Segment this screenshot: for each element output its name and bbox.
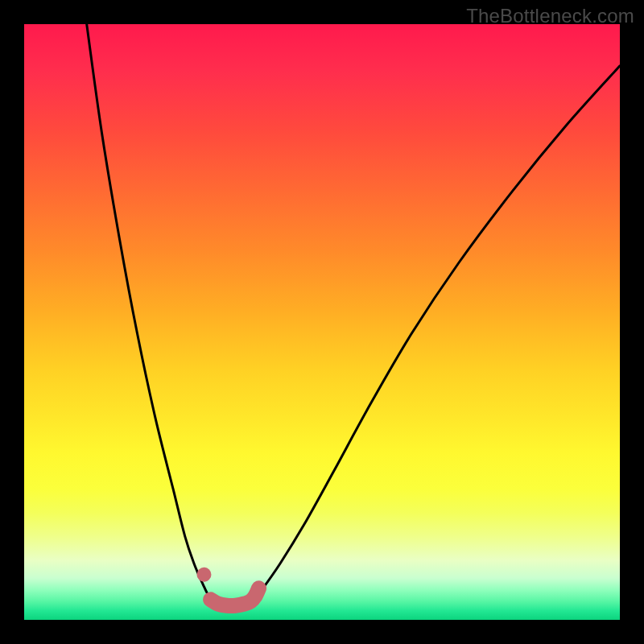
marker-dot [196,568,211,582]
plot-area [24,24,620,620]
curve-curve-right [254,66,620,600]
curve-curve-left [87,24,215,601]
marker-band [211,588,259,606]
chart-svg [24,24,620,620]
chart-frame: TheBottleneck.com [0,0,644,644]
